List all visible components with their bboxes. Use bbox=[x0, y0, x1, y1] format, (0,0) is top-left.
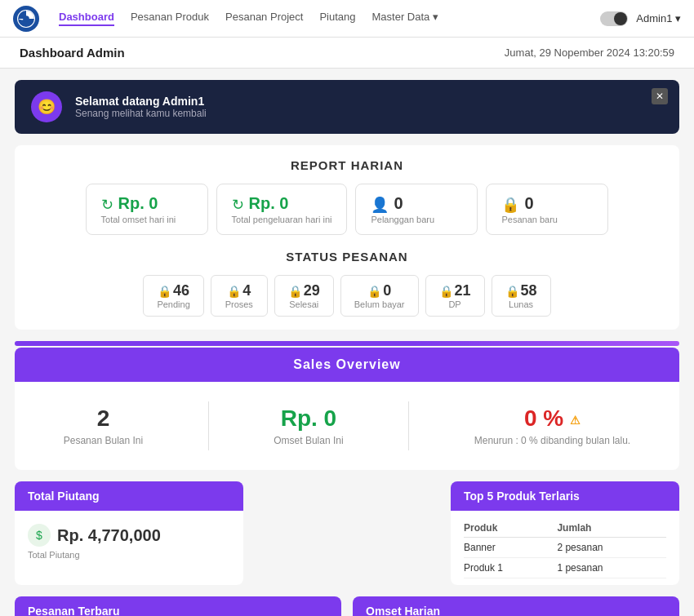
warning-icon: ⚠ bbox=[570, 414, 581, 427]
status-pesanan-title: STATUS PESANAN bbox=[28, 250, 666, 264]
report-harian-card: REPORT HARIAN ↻ Rp. 0 Total omset hari i… bbox=[15, 145, 679, 330]
svg-point-1 bbox=[23, 16, 29, 22]
pesanan-month-label: Pesanan Bulan Ini bbox=[64, 435, 143, 446]
proses-label: Proses bbox=[225, 299, 254, 309]
subheader: Dashboard Admin Jumat, 29 Nopember 2024 … bbox=[0, 38, 694, 69]
pesanan-terbaru-header: Pesanan Terbaru bbox=[15, 596, 341, 616]
proses-icon: 🔒 bbox=[227, 285, 241, 298]
belum-bayar-num: 0 bbox=[383, 282, 391, 299]
list-item: Produk 11 pesanan bbox=[464, 558, 666, 578]
welcome-icon: 😊 bbox=[31, 91, 62, 122]
nav-pesanan-produk[interactable]: Pesanan Produk bbox=[131, 11, 209, 26]
piutang-sub-label: Total Piutang bbox=[28, 550, 230, 560]
belum-bayar-icon: 🔒 bbox=[367, 285, 381, 298]
navbar: Dashboard Pesanan Produk Pesanan Project… bbox=[0, 0, 694, 38]
dp-icon: 🔒 bbox=[439, 285, 453, 298]
top5-header: Top 5 Produk Terlaris bbox=[451, 481, 679, 511]
welcome-text: Selamat datang Admin1 Senang melihat kam… bbox=[75, 95, 207, 119]
stat-pengeluaran: ↻ Rp. 0 Total pengeluaran hari ini bbox=[216, 184, 348, 235]
omset-harian-card: Omset Harian TanggalPemasukan Kamis, 28 … bbox=[353, 596, 679, 616]
pelanggan-icon: 👤 bbox=[371, 196, 389, 214]
top5-table: Produk Jumlah Banner2 pesananProduk 11 p… bbox=[464, 517, 666, 578]
toggle-dot bbox=[614, 12, 627, 25]
pesanan-terbaru-card: Pesanan Terbaru NoKlienHargaTanggal INV/… bbox=[15, 596, 341, 616]
status-proses: 🔒4 Proses bbox=[211, 275, 268, 317]
col-produk: Produk bbox=[464, 517, 557, 538]
pesanan-baru-icon: 🔒 bbox=[501, 196, 519, 214]
welcome-sub: Senang melihat kamu kembali bbox=[75, 108, 207, 119]
produk-cell: Banner bbox=[464, 538, 557, 558]
current-datetime: Jumat, 29 Nopember 2024 13:20:59 bbox=[505, 47, 674, 59]
omset-icon: ↻ bbox=[101, 196, 113, 214]
omset-harian-header: Omset Harian bbox=[353, 596, 679, 616]
sales-metrics: 2 Pesanan Bulan Ini Rp. 0 Omset Bulan In… bbox=[15, 382, 679, 470]
lunas-label: Lunas bbox=[505, 299, 537, 309]
selesai-icon: 🔒 bbox=[288, 285, 302, 298]
stat-pelanggan: 👤 0 Pelanggan baru bbox=[355, 184, 478, 235]
omset-month-value: Rp. 0 bbox=[274, 405, 343, 432]
spacer bbox=[255, 481, 439, 585]
piutang-amount-row: $ Rp. 4,770,000 bbox=[28, 524, 230, 547]
nav-pesanan-project[interactable]: Pesanan Project bbox=[225, 11, 303, 26]
jumlah-cell: 1 pesanan bbox=[557, 558, 666, 578]
admin-menu[interactable]: Admin1 ▾ bbox=[636, 12, 681, 24]
pesanan-baru-label: Pesanan baru bbox=[501, 215, 558, 224]
piutang-header-title: Total Piutang bbox=[28, 490, 230, 503]
pengeluaran-icon: ↻ bbox=[232, 196, 244, 214]
pending-label: Pending bbox=[157, 299, 189, 309]
nav-dashboard[interactable]: Dashboard bbox=[59, 11, 114, 26]
nav-links: Dashboard Pesanan Produk Pesanan Project… bbox=[59, 11, 581, 26]
col-jumlah: Jumlah bbox=[557, 517, 666, 538]
selesai-label: Selesai bbox=[288, 299, 320, 309]
top5-card: Top 5 Produk Terlaris Produk Jumlah Bann… bbox=[451, 481, 679, 585]
persen-value: 0 % ⚠ bbox=[474, 405, 630, 432]
stat-omset: ↻ Rp. 0 Total omset hari ini bbox=[86, 184, 208, 235]
proses-num: 4 bbox=[242, 282, 251, 299]
divider-1 bbox=[208, 401, 209, 450]
pengeluaran-value: Rp. 0 bbox=[249, 194, 289, 213]
sales-title: Sales Overview bbox=[24, 357, 670, 372]
nav-master-data[interactable]: Master Data ▾ bbox=[372, 11, 438, 26]
welcome-close-button[interactable]: ✕ bbox=[652, 88, 668, 104]
theme-toggle[interactable] bbox=[600, 11, 628, 26]
produk-cell: Produk 1 bbox=[464, 558, 557, 578]
list-item: Banner2 pesanan bbox=[464, 538, 666, 558]
lunas-num: 58 bbox=[521, 282, 537, 299]
pesanan-month-value: 2 bbox=[64, 405, 143, 432]
pending-num: 46 bbox=[173, 282, 189, 299]
jumlah-cell: 2 pesanan bbox=[557, 538, 666, 558]
logo[interactable] bbox=[13, 6, 39, 32]
main-content: REPORT HARIAN ↻ Rp. 0 Total omset hari i… bbox=[0, 145, 694, 616]
report-harian-title: REPORT HARIAN bbox=[28, 158, 666, 172]
welcome-banner: 😊 Selamat datang Admin1 Senang melihat k… bbox=[15, 80, 679, 134]
status-lunas: 🔒58 Lunas bbox=[492, 275, 551, 317]
omset-month-label: Omset Bulan Ini bbox=[274, 435, 343, 446]
metric-pesanan: 2 Pesanan Bulan Ini bbox=[64, 405, 143, 446]
sales-header: Sales Overview bbox=[15, 348, 679, 382]
dp-label: DP bbox=[439, 299, 471, 309]
stat-pesanan-baru: 🔒 0 Pesanan baru bbox=[486, 184, 608, 235]
piutang-card: Total Piutang $ Rp. 4,770,000 Total Piut… bbox=[15, 481, 243, 585]
welcome-heading: Selamat datang Admin1 bbox=[75, 95, 207, 108]
status-pesanan-row: 🔒46 Pending 🔒4 Proses 🔒29 Selesai 🔒0 Bel… bbox=[28, 275, 666, 317]
selesai-num: 29 bbox=[304, 282, 320, 299]
status-dp: 🔒21 DP bbox=[425, 275, 485, 317]
belum-bayar-label: Belum bayar bbox=[354, 299, 405, 309]
bottom-cards-row: Total Piutang $ Rp. 4,770,000 Total Piut… bbox=[15, 481, 679, 585]
top5-header-title: Top 5 Produk Terlaris bbox=[464, 490, 666, 503]
page-title: Dashboard Admin bbox=[20, 46, 125, 60]
divider-2 bbox=[408, 401, 409, 450]
nav-piutang[interactable]: Piutang bbox=[319, 11, 355, 26]
pelanggan-value: 0 bbox=[394, 194, 403, 213]
piutang-header: Total Piutang bbox=[15, 481, 243, 511]
lunas-icon: 🔒 bbox=[505, 285, 519, 298]
piutang-amount-value: Rp. 4,770,000 bbox=[57, 526, 161, 545]
omset-label: Total omset hari ini bbox=[101, 215, 176, 224]
metric-omset: Rp. 0 Omset Bulan Ini bbox=[274, 405, 343, 446]
sales-overview-card: Sales Overview 2 Pesanan Bulan Ini Rp. 0… bbox=[15, 348, 679, 470]
pengeluaran-label: Total pengeluaran hari ini bbox=[232, 215, 332, 224]
report-stats-row: ↻ Rp. 0 Total omset hari ini ↻ Rp. 0 Tot… bbox=[28, 184, 666, 235]
piutang-body: $ Rp. 4,770,000 Total Piutang bbox=[15, 511, 243, 573]
tables-row: Pesanan Terbaru NoKlienHargaTanggal INV/… bbox=[15, 596, 679, 616]
nav-right: Admin1 ▾ bbox=[600, 11, 681, 26]
